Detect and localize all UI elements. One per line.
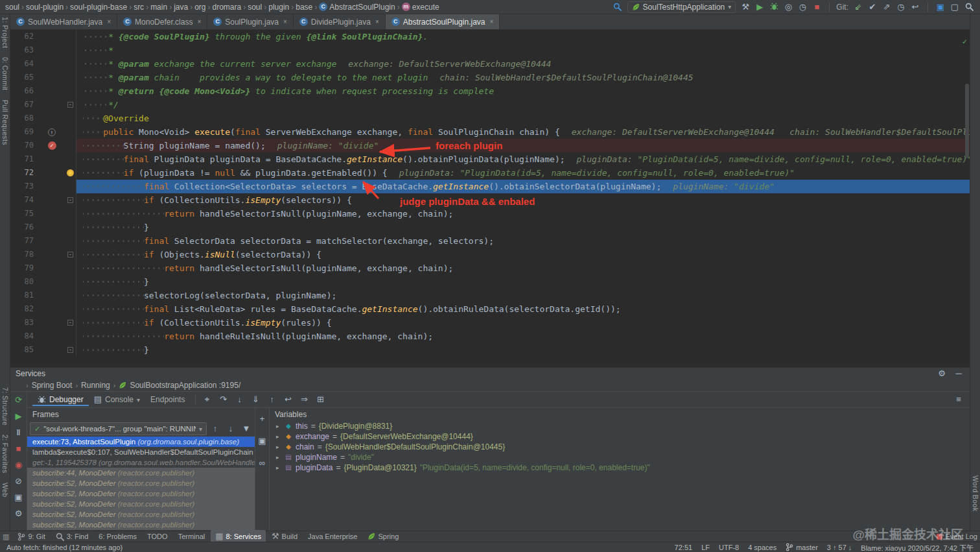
force-step-into-icon[interactable]: ⇓ [250,394,261,405]
thread-dump-icon[interactable]: ▣ [13,492,25,503]
toolwindow-stripe-button[interactable]: 7: Structure [1,387,9,426]
variable-row[interactable]: ▸◆chain= {SoulWebHandler$DefaultSoulPlug… [270,442,970,452]
line-number[interactable]: 79 [10,261,39,275]
breadcrumb-item[interactable]: base [296,3,312,12]
editor-tab[interactable]: CSoulPlugin.java× [207,14,294,29]
toolwindow-button[interactable]: 9: Git [13,530,49,543]
drop-frame-icon[interactable]: ↩ [282,394,294,405]
inspections-ok-icon[interactable]: ✓ [962,35,967,49]
toolwindow-button[interactable]: 3: Find [51,530,93,543]
rerun-icon[interactable]: ⟳ [13,394,25,406]
run-icon[interactable]: ▶ [754,1,765,13]
settings-icon[interactable]: ⚙ [13,508,25,520]
expand-arrow-icon[interactable]: ▸ [276,442,281,452]
tab-close-icon[interactable]: × [197,18,201,25]
line-number[interactable]: 85 [10,343,39,357]
line-number[interactable]: 74 [10,193,39,207]
event-log-button[interactable]: Event Log [937,533,977,540]
view-options-icon[interactable]: ▣ [257,435,268,447]
code-line-body[interactable]: * {@code SoulPlugin} through the given {… [76,30,970,43]
line-number[interactable]: 70 [10,139,39,152]
expand-arrow-icon[interactable]: ▸ [276,452,281,462]
line-number[interactable]: 65 [10,71,39,84]
mute-breakpoints-icon[interactable]: ⊘ [13,475,25,487]
thread-selector[interactable]: ✓ "soul-work-threads-7"... group "main":… [30,422,207,435]
fold-icon[interactable]: - [67,252,73,258]
fold-icon[interactable]: - [67,320,73,326]
code-line-body[interactable]: * @param chain provides a way to delegat… [76,71,970,84]
code-line-body[interactable]: if (pluginData != null && pluginData.get… [76,166,970,180]
toolwindow-stripe-button[interactable]: Web [1,483,9,498]
settings-gear-icon[interactable]: ⚙ [936,368,948,379]
code-line-body[interactable]: final Collection<SelectorData> selectors… [76,180,970,193]
line-number[interactable]: 80 [10,275,39,289]
line-number[interactable]: 75 [10,207,39,221]
breadcrumb-item[interactable]: soul [248,3,262,12]
run-dashboard-node[interactable]: Running [81,381,110,390]
fold-icon[interactable]: - [67,102,73,108]
step-over-icon[interactable]: ↷ [217,394,229,405]
search-everywhere-icon[interactable] [963,1,975,13]
line-number[interactable]: 82 [10,302,39,316]
stop-icon[interactable]: ■ [811,1,822,13]
toolwindow-button[interactable]: ⚒Build [267,530,302,543]
breadcrumb-item[interactable]: src [134,3,144,12]
evaluate-expression-icon[interactable]: ⊞ [314,394,326,405]
line-ending[interactable]: LF [701,544,710,551]
sync-status[interactable]: 3 ↑ 57 ↓ [827,544,852,551]
fold-icon[interactable]: - [67,197,73,203]
editor-tab[interactable]: CAbstractSoulPlugin.java× [386,14,500,29]
line-number[interactable]: 72 [10,166,39,180]
line-number[interactable]: 84 [10,330,39,343]
line-number[interactable]: 73 [10,180,39,193]
breadcrumb-class[interactable]: AbstractSoulPlugin [329,3,395,12]
toolwindow-button[interactable]: 6: Problems [94,530,141,543]
blame[interactable]: Blame: xiaoyu 2020/5/22, 7:42 下午 [861,542,974,552]
expand-arrow-icon[interactable]: ▸ [276,421,281,431]
layout-settings-icon[interactable]: ≡ [953,394,964,405]
breakpoint-icon[interactable]: ✓ [48,141,56,150]
code-line-body[interactable]: final SelectorData selectorData = matchS… [76,234,970,248]
tab-close-icon[interactable]: × [375,18,379,25]
code-line-body[interactable]: } [76,343,970,357]
push-icon[interactable]: ⇗ [881,1,892,13]
toolwindow-button[interactable]: TODO [143,530,172,543]
toolwindow-stripe-button[interactable]: Pull Requests [1,100,9,145]
breadcrumb-item[interactable]: soul-plugin-base [70,3,127,12]
profiler-icon[interactable]: ◷ [797,1,808,13]
run-dashboard-node[interactable]: Spring Boot [32,381,73,390]
toolwindow-button[interactable]: ▦8: Services [211,530,266,543]
variable-row[interactable]: ▸▤pluginData= {PluginData@10321} "Plugin… [270,462,970,473]
line-number[interactable]: 83 [10,316,39,330]
run-dashboard-node[interactable]: SoulBootstrapApplication :9195/ [130,381,240,390]
view-breakpoints-icon[interactable]: ◉ [13,459,25,471]
pause-icon[interactable]: Ⅱ [13,427,25,438]
encoding[interactable]: UTF-8 [719,544,739,551]
git-branch[interactable]: master [786,543,818,551]
hide-frames-icon[interactable]: ▼ [240,423,252,435]
code-line-body[interactable]: * @return {@code Mono<Void>} to indicate… [76,84,970,98]
line-number[interactable]: 63 [10,43,39,57]
debugger-view-tab-console[interactable]: ▤Console▾ [89,392,145,407]
line-number[interactable]: 67 [10,98,39,112]
show-execution-point-icon[interactable]: ⌖ [201,394,213,405]
intention-bulb-icon[interactable] [67,169,74,176]
resume-icon[interactable]: ▶ [13,411,25,422]
code-line-body[interactable]: final List<RuleData> rules = BaseDataCac… [76,302,970,316]
toolwindow-button[interactable]: Spring [363,530,403,543]
code-line-body[interactable]: @Override [76,112,970,125]
stack-frame-row[interactable]: subscribe:52, MonoDefer (reactor.core.pu… [27,509,255,520]
breadcrumb-item[interactable]: plugin [268,3,289,12]
line-number[interactable]: 64 [10,57,39,71]
line-number[interactable]: 69 [10,125,39,139]
variable-row[interactable]: ▸▤pluginName= "divide" [270,452,970,462]
stack-frame-row[interactable]: subscribe:52, MonoDefer (reactor.core.pu… [27,488,255,499]
code-line-body[interactable]: if (Objects.isNull(selectorData)) { [76,248,970,261]
variable-row[interactable]: ▸◆this= {DividePlugin@8831} [270,421,970,431]
stack-frame-row[interactable]: subscribe:52, MonoDefer (reactor.core.pu… [27,520,255,530]
line-number[interactable]: 62 [10,30,39,43]
line-number[interactable]: 68 [10,112,39,125]
stop-icon[interactable]: ■ [13,443,25,455]
tab-close-icon[interactable]: × [107,18,111,25]
code-line-body[interactable]: } [76,275,970,289]
